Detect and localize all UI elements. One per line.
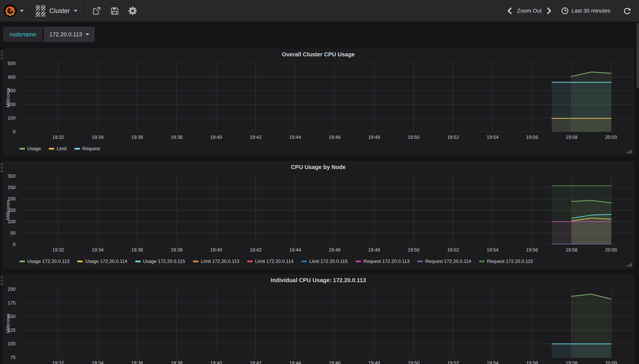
grafana-menu-button[interactable]: [4, 4, 29, 18]
x-tick: 19:32: [46, 134, 70, 140]
legend-item[interactable]: Usage 172.20.0.115: [135, 258, 185, 264]
y-tick: 150: [3, 207, 16, 213]
y-tick: 200: [3, 196, 16, 202]
y-tick: 100: [3, 115, 16, 121]
y-tick: 0: [3, 242, 16, 248]
dashboard-switcher[interactable]: Cluster: [29, 0, 84, 22]
legend-item[interactable]: Limit 172.20.0.113: [193, 258, 239, 264]
x-tick: 19:32: [46, 247, 70, 253]
legend-item[interactable]: Limit 172.20.0.115: [301, 258, 348, 264]
y-tick: 175: [3, 300, 16, 306]
panel-cpu-usage-by-node: CPU Usage by Node Millicores 05010015020…: [3, 162, 634, 268]
x-tick: 19:50: [402, 360, 425, 364]
dashboard-title: Cluster: [49, 7, 70, 14]
x-tick: 19:50: [402, 134, 425, 140]
chart-plot[interactable]: [19, 176, 633, 244]
row-drag-handle[interactable]: [1, 163, 3, 172]
legend-label: Limit: [57, 146, 67, 151]
legend-item[interactable]: Usage 172.20.0.114: [77, 258, 127, 264]
legend-label: Request: [82, 146, 100, 151]
time-shift-back-button[interactable]: [507, 8, 512, 14]
legend-label: Request 172.20.0.114: [425, 258, 471, 264]
legend-label: Limit 172.20.0.114: [255, 258, 293, 264]
legend-item[interactable]: Request 172.20.0.115: [479, 258, 533, 264]
y-tick: 100: [3, 219, 16, 224]
refresh-button[interactable]: [623, 7, 631, 15]
x-tick: 19:34: [86, 360, 109, 364]
legend-swatch: [247, 260, 253, 262]
y-tick: 400: [3, 74, 16, 80]
y-tick: 500: [3, 60, 16, 66]
y-tick: 150: [3, 314, 16, 320]
save-icon[interactable]: [110, 6, 119, 15]
x-tick: 19:40: [204, 360, 228, 364]
legend-label: Usage 172.20.0.115: [143, 258, 185, 264]
chart-plot[interactable]: [19, 64, 633, 132]
y-tick: 300: [3, 88, 16, 94]
legend-item[interactable]: Request 172.20.0.114: [417, 258, 471, 264]
panel-overall-cluster-cpu-usage: Overall Cluster CPU Usage Millicores 010…: [3, 49, 634, 155]
time-shift-forward-button[interactable]: [547, 8, 552, 14]
x-tick: 20:00: [599, 247, 623, 253]
x-tick: 19:54: [481, 360, 504, 364]
legend-item[interactable]: Usage: [20, 146, 41, 151]
x-tick: 19:36: [125, 134, 149, 140]
row-drag-handle[interactable]: [1, 276, 3, 286]
dashboard-grid-icon: [36, 5, 45, 17]
y-tick: 75: [3, 354, 16, 360]
variable-dropdown[interactable]: 172.20.0.113: [44, 27, 95, 42]
x-tick: 19:38: [165, 360, 188, 364]
legend-swatch: [417, 260, 423, 262]
legend-item[interactable]: Request 172.20.0.113: [356, 258, 409, 264]
legend-item[interactable]: Limit 172.20.0.114: [247, 258, 293, 264]
panel-individual-cpu-usage: Individual CPU Usage: 172.20.0.113 Milli…: [3, 274, 634, 364]
x-tick: 19:34: [86, 247, 109, 253]
y-axis-label: Millicores: [5, 64, 12, 132]
legend-item[interactable]: Usage 172.20.0.113: [20, 258, 69, 264]
x-tick: 19:50: [402, 247, 425, 253]
legend-swatch: [193, 260, 198, 262]
y-tick: 300: [3, 173, 16, 179]
x-tick: 19:36: [125, 360, 149, 364]
y-tick: 50: [3, 230, 16, 236]
x-tick: 19:54: [481, 247, 504, 253]
x-tick: 19:56: [520, 360, 544, 364]
x-tick: 19:32: [46, 360, 70, 364]
panel-title[interactable]: CPU Usage by Node: [3, 164, 634, 170]
legend-label: Request 172.20.0.115: [487, 258, 533, 264]
x-tick: 19:54: [481, 134, 504, 140]
chart-plot[interactable]: [19, 289, 633, 358]
row-drag-handle[interactable]: [1, 50, 3, 60]
x-tick: 19:38: [165, 134, 188, 140]
share-button[interactable]: [92, 6, 101, 15]
scrollbar-thumb[interactable]: [637, 22, 638, 88]
x-tick: 19:44: [283, 134, 307, 140]
settings-gear-icon[interactable]: [128, 6, 137, 15]
navbar: Cluster: [0, 0, 639, 22]
legend-swatch: [20, 148, 25, 150]
legend-swatch: [77, 260, 83, 262]
chevron-down-icon: [20, 10, 24, 12]
legend: UsageLimitRequest: [20, 146, 100, 151]
variable-value: 172.20.0.113: [49, 31, 82, 38]
x-tick: 19:48: [362, 134, 386, 140]
legend-item[interactable]: Request: [75, 146, 100, 151]
x-tick: 19:48: [362, 360, 386, 364]
y-tick: 0: [3, 129, 16, 135]
panel-title[interactable]: Overall Cluster CPU Usage: [3, 51, 634, 58]
y-tick: 250: [3, 184, 16, 190]
zoom-out-button[interactable]: Zoom Out: [517, 8, 541, 14]
x-tick: 19:58: [560, 134, 583, 140]
time-picker-button[interactable]: Last 30 minutes: [561, 7, 610, 14]
panel-resize-handle[interactable]: [627, 263, 632, 266]
panel-resize-handle[interactable]: [627, 150, 632, 153]
legend-swatch: [479, 260, 485, 262]
x-tick: 19:40: [204, 247, 228, 253]
x-tick: 19:58: [560, 247, 583, 253]
panel-title[interactable]: Individual CPU Usage: 172.20.0.113: [3, 277, 634, 284]
legend-item[interactable]: Limit: [49, 146, 67, 151]
legend-swatch: [20, 260, 25, 262]
y-tick: 100: [3, 341, 16, 347]
legend-swatch: [75, 148, 80, 150]
x-tick: 19:56: [520, 134, 544, 140]
